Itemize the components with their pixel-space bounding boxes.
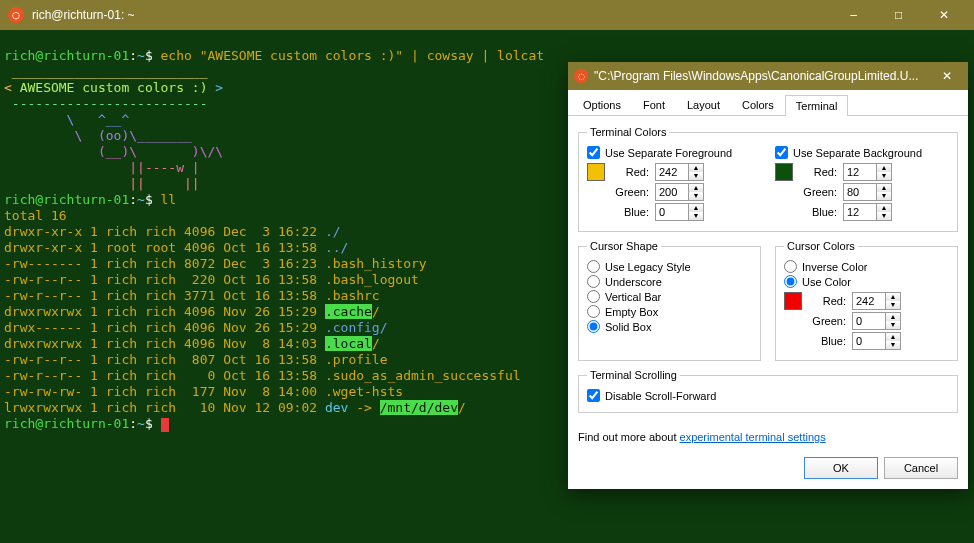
spinner-down-icon[interactable]: ▼ — [886, 341, 900, 349]
ls-total: total 16 — [4, 208, 67, 223]
bg-blue-input[interactable] — [843, 203, 877, 221]
cowsay-border-top: _________________________ — [4, 64, 208, 79]
group-terminal-colors: Terminal Colors Use Separate Foreground … — [578, 126, 958, 232]
titlebar: ◌ rich@richturn-01: ~ – □ ✕ — [0, 0, 974, 30]
fg-blue-input[interactable] — [655, 203, 689, 221]
spinner-down-icon[interactable]: ▼ — [877, 192, 891, 200]
spinner-down-icon[interactable]: ▼ — [877, 172, 891, 180]
ls-symlink-target: /mnt/d/dev — [380, 400, 458, 415]
bg-green-input[interactable] — [843, 183, 877, 201]
cursor-swatch — [784, 292, 802, 310]
ok-button[interactable]: OK — [804, 457, 878, 479]
spinner-up-icon[interactable]: ▲ — [877, 204, 891, 212]
terminal-cursor — [161, 418, 169, 432]
cursor-red-input[interactable] — [852, 292, 886, 310]
cursor-shape-solid-box-radio[interactable] — [587, 320, 600, 333]
tab-colors[interactable]: Colors — [731, 94, 785, 115]
dialog-titlebar[interactable]: ◌ "C:\Program Files\WindowsApps\Canonica… — [568, 62, 968, 90]
cursor-shape-empty-box-radio[interactable] — [587, 305, 600, 318]
cowsay-border-bottom: ------------------------- — [4, 96, 208, 111]
ls-row-pre: -rw-r--r-- 1 rich rich 807 Oct 16 13:58 — [4, 352, 325, 367]
cancel-button[interactable]: Cancel — [884, 457, 958, 479]
cursor-shape-underscore-radio[interactable] — [587, 275, 600, 288]
spinner-up-icon[interactable]: ▲ — [886, 333, 900, 341]
cursor-blue-input[interactable] — [852, 332, 886, 350]
cursor-color-use-radio[interactable] — [784, 275, 797, 288]
ubuntu-icon: ◌ — [8, 7, 24, 23]
ubuntu-icon: ◌ — [574, 69, 588, 83]
ls-row-pre: drwx------ 1 rich rich 4096 Nov 26 15:29 — [4, 320, 325, 335]
prompt-user-host: rich@richturn-01 — [4, 48, 129, 63]
cursor-shape-legacy-radio[interactable] — [587, 260, 600, 273]
fg-red-input[interactable] — [655, 163, 689, 181]
bg-red-input[interactable] — [843, 163, 877, 181]
properties-dialog: ◌ "C:\Program Files\WindowsApps\Canonica… — [568, 62, 968, 489]
cowsay-art-4: ||----w | — [4, 160, 200, 175]
ls-filename: .sudo_as_admin_successful — [325, 368, 521, 383]
ls-row-pre: -rw------- 1 rich rich 8072 Dec 3 16:23 — [4, 256, 325, 271]
cursor-shape-vertical-bar-radio[interactable] — [587, 290, 600, 303]
foreground-swatch — [587, 163, 605, 181]
minimize-button[interactable]: – — [831, 0, 876, 30]
group-cursor-colors: Cursor Colors Inverse Color Use Color Re… — [775, 240, 958, 361]
find-out-more-text: Find out more about — [578, 431, 680, 443]
spinner-up-icon[interactable]: ▲ — [877, 184, 891, 192]
ls-row-pre: drwxr-xr-x 1 rich rich 4096 Dec 3 16:22 — [4, 224, 325, 239]
spinner-up-icon[interactable]: ▲ — [689, 184, 703, 192]
spinner-down-icon[interactable]: ▼ — [886, 321, 900, 329]
disable-scroll-forward-checkbox[interactable] — [587, 389, 600, 402]
dialog-title: "C:\Program Files\WindowsApps\CanonicalG… — [594, 69, 932, 83]
spinner-down-icon[interactable]: ▼ — [886, 301, 900, 309]
spinner-down-icon[interactable]: ▼ — [689, 192, 703, 200]
ls-symlink-name: dev — [325, 400, 348, 415]
spinner-up-icon[interactable]: ▲ — [689, 204, 703, 212]
window-title: rich@richturn-01: ~ — [32, 8, 831, 22]
cowsay-art-3: (__)\ )\/\ — [4, 144, 223, 159]
ls-filename: .config/ — [325, 320, 388, 335]
ls-row-pre: -rw-r--r-- 1 rich rich 220 Oct 16 13:58 — [4, 272, 325, 287]
ls-filename: .profile — [325, 352, 388, 367]
ls-row-pre: -rw-r--r-- 1 rich rich 0 Oct 16 13:58 — [4, 368, 325, 383]
cursor-color-inverse-radio[interactable] — [784, 260, 797, 273]
ls-filename: .wget-hsts — [325, 384, 403, 399]
ls-filename: .bash_history — [325, 256, 427, 271]
ls-row-pre: drwxr-xr-x 1 root root 4096 Oct 16 13:58 — [4, 240, 325, 255]
ls-row-pre: -rw-rw-rw- 1 rich rich 177 Nov 8 14:00 — [4, 384, 325, 399]
spinner-down-icon[interactable]: ▼ — [877, 212, 891, 220]
ls-row-pre: lrwxrwxrwx 1 rich rich 10 Nov 12 09:02 — [4, 400, 325, 415]
ls-filename: .bash_logout — [325, 272, 419, 287]
ls-filename: ../ — [325, 240, 348, 255]
experimental-settings-link[interactable]: experimental terminal settings — [680, 431, 826, 443]
spinner-up-icon[interactable]: ▲ — [689, 164, 703, 172]
ls-row-pre: drwxrwxrwx 1 rich rich 4096 Nov 26 15:29 — [4, 304, 325, 319]
spinner-down-icon[interactable]: ▼ — [689, 212, 703, 220]
background-swatch — [775, 163, 793, 181]
tab-layout[interactable]: Layout — [676, 94, 731, 115]
ls-row-pre: -rw-r--r-- 1 rich rich 3771 Oct 16 13:58 — [4, 288, 325, 303]
ls-filename: ./ — [325, 224, 341, 239]
group-cursor-shape: Cursor Shape Use Legacy Style Underscore… — [578, 240, 761, 361]
close-button[interactable]: ✕ — [921, 0, 966, 30]
spinner-up-icon[interactable]: ▲ — [886, 313, 900, 321]
use-separate-background-checkbox[interactable] — [775, 146, 788, 159]
command-1: echo "AWESOME custom colors :)" | cowsay… — [161, 48, 545, 63]
use-separate-foreground-checkbox[interactable] — [587, 146, 600, 159]
tab-font[interactable]: Font — [632, 94, 676, 115]
dialog-tabs: Options Font Layout Colors Terminal — [568, 90, 968, 116]
cursor-green-input[interactable] — [852, 312, 886, 330]
cowsay-art-5: || || — [4, 176, 200, 191]
dialog-close-button[interactable]: ✕ — [932, 62, 962, 90]
prompt-path: ~ — [137, 48, 145, 63]
tab-terminal[interactable]: Terminal — [785, 95, 849, 116]
ls-row-pre: drwxrwxrwx 1 rich rich 4096 Nov 8 14:03 — [4, 336, 325, 351]
cowsay-art-1: \ ^__^ — [4, 112, 129, 127]
spinner-up-icon[interactable]: ▲ — [886, 293, 900, 301]
spinner-down-icon[interactable]: ▼ — [689, 172, 703, 180]
cowsay-message: AWESOME custom colors :) — [12, 80, 216, 95]
fg-green-input[interactable] — [655, 183, 689, 201]
spinner-up-icon[interactable]: ▲ — [877, 164, 891, 172]
maximize-button[interactable]: □ — [876, 0, 921, 30]
tab-options[interactable]: Options — [572, 94, 632, 115]
command-2: ll — [161, 192, 177, 207]
cowsay-art-2: \ (oo)\_______ — [4, 128, 192, 143]
